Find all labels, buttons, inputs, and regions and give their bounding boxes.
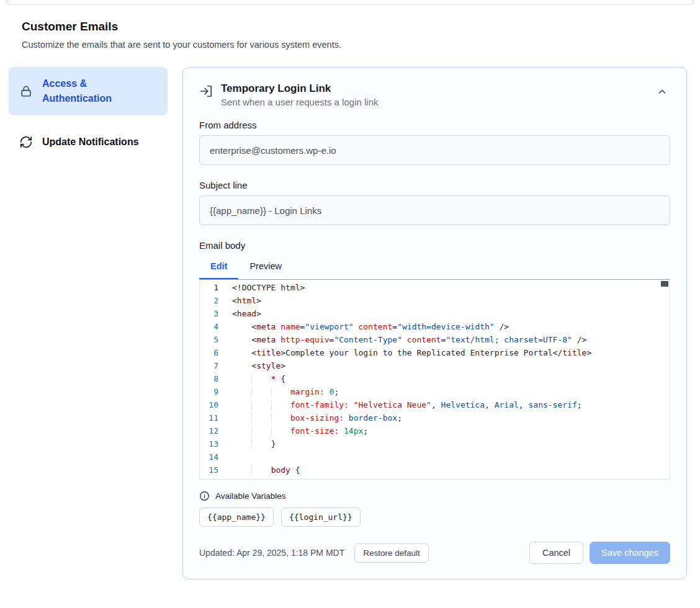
content-area: Access & AuthenticationUpdate Notificati…: [9, 67, 687, 579]
from-address-label: From address: [199, 120, 670, 130]
card-footer: Updated: Apr 29, 2025, 1:18 PM MDT Resto…: [199, 542, 670, 564]
collapsed-card-bottom-edge: [6, 0, 694, 5]
page-header: Customer Emails Customize the emails tha…: [22, 20, 678, 50]
line-number: 7: [200, 359, 218, 372]
line-number: 13: [200, 437, 218, 450]
line-number: 15: [200, 463, 218, 476]
panel-subtitle: Sent when a user requests a login link: [221, 97, 378, 107]
variable-chips: {{app_name}}{{login_url}}: [199, 507, 670, 527]
sidebar-item-label: Access & Authentication: [42, 76, 157, 106]
code-line: 15 body {: [200, 463, 670, 476]
editor-lines: 1<!DOCTYPE html>2<html>3<head>4 <meta na…: [200, 281, 670, 480]
refresh-icon: [19, 135, 33, 149]
variable-chip[interactable]: {{app_name}}: [199, 507, 274, 527]
code-line: 3<head>: [200, 307, 670, 320]
line-number: 5: [200, 333, 218, 346]
scrollbar-thumb[interactable]: [661, 281, 668, 287]
sidebar-item-update-notifications[interactable]: Update Notifications: [9, 125, 168, 159]
email-body-label: Email body: [199, 240, 670, 251]
code-line: 8 * {: [200, 372, 670, 385]
code-line: 6 <title>Complete your login to the Repl…: [200, 346, 670, 359]
page-title: Customer Emails: [22, 20, 678, 34]
updated-timestamp: Updated: Apr 29, 2025, 1:18 PM MDT: [199, 548, 344, 558]
code-line: 7 <style>: [200, 359, 670, 372]
code-line: 9 margin: 0;: [200, 385, 670, 398]
code-editor[interactable]: 1<!DOCTYPE html>2<html>3<head>4 <meta na…: [199, 279, 670, 480]
line-number: 16: [200, 476, 218, 480]
temporary-login-link-card: Temporary Login Link Sent when a user re…: [182, 67, 687, 579]
sidebar-item-label: Update Notifications: [42, 135, 139, 150]
line-number: 2: [200, 294, 218, 307]
from-address-input[interactable]: [199, 135, 670, 165]
sidebar: Access & AuthenticationUpdate Notificati…: [9, 67, 168, 159]
restore-default-button[interactable]: Restore default: [354, 543, 429, 563]
code-line: 5 <meta http-equiv="Content-Type" conten…: [200, 333, 670, 346]
line-number: 4: [200, 320, 218, 333]
variable-chip[interactable]: {{login_url}}: [281, 507, 361, 527]
line-number: 6: [200, 346, 218, 359]
subject-line-input[interactable]: [199, 195, 670, 225]
code-line: 11 box-sizing: border-box;: [200, 411, 670, 424]
line-number: 12: [200, 424, 218, 437]
code-line: 14: [200, 450, 670, 463]
chevron-up-icon[interactable]: [654, 83, 670, 100]
lock-icon: [19, 84, 33, 98]
subject-line-label: Subject line: [199, 180, 670, 190]
available-variables-label: Available Variables: [215, 491, 286, 501]
line-number: 11: [200, 411, 218, 424]
code-line: 16 background-color: #f6f6f6;: [200, 476, 670, 480]
save-changes-button[interactable]: Save changes: [590, 542, 670, 564]
line-number: 9: [200, 385, 218, 398]
line-number: 1: [200, 281, 218, 294]
panel-title: Temporary Login Link: [221, 83, 378, 95]
tab-edit[interactable]: Edit: [199, 256, 238, 279]
code-line: 10 font-family: "Helvetica Neue", Helvet…: [200, 398, 670, 411]
line-number: 10: [200, 398, 218, 411]
code-line: 1<!DOCTYPE html>: [200, 281, 670, 294]
sidebar-item-access-authentication[interactable]: Access & Authentication: [9, 67, 168, 115]
line-number: 14: [200, 450, 218, 463]
available-variables-header: Available Variables: [199, 491, 670, 501]
line-number: 8: [200, 372, 218, 385]
line-number: 3: [200, 307, 218, 320]
code-line: 12 font-size: 14px;: [200, 424, 670, 437]
info-icon: [199, 491, 210, 501]
code-line: 13 }: [200, 437, 670, 450]
page-subtitle: Customize the emails that are sent to yo…: [22, 40, 678, 50]
login-icon: [199, 83, 213, 101]
code-line: 4 <meta name="viewport" content="width=d…: [200, 320, 670, 333]
card-header-text: Temporary Login Link Sent when a user re…: [221, 83, 378, 107]
code-line: 2<html>: [200, 294, 670, 307]
editor-tabs: EditPreview: [199, 256, 670, 279]
cancel-button[interactable]: Cancel: [529, 542, 583, 564]
card-header: Temporary Login Link Sent when a user re…: [199, 83, 670, 107]
tab-preview[interactable]: Preview: [238, 256, 293, 279]
